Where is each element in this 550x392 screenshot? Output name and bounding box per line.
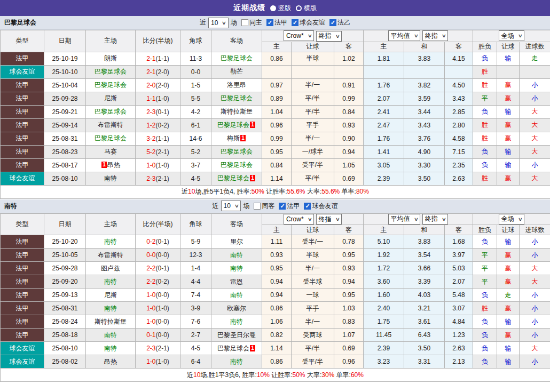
match-row: 法甲25-08-171昂热1-0(1-0)3-7巴黎足球会0.84受平/半1.0… bbox=[1, 158, 550, 172]
scope-dropdown[interactable]: 全场∨ bbox=[499, 214, 525, 225]
match-row: 法甲25-09-14布雷斯特1-2(0-2)6-1巴黎足球会10.96平手0.9… bbox=[1, 118, 550, 132]
halftime-score: (1-1) bbox=[156, 55, 169, 62]
corner-cell: 3-7 bbox=[180, 158, 211, 172]
result-handicap-cell: 输 bbox=[497, 355, 520, 369]
result-handicap-cell: 输 bbox=[497, 158, 520, 172]
avg-stage-value: 终指 bbox=[425, 214, 438, 223]
checkbox-unchecked-icon[interactable] bbox=[241, 19, 248, 26]
filter-bar: 南特 近10∨场同客法甲球会友谊 bbox=[0, 199, 550, 213]
halftime-score: (1-0) bbox=[156, 95, 169, 102]
match-type-cell: 法甲 bbox=[1, 92, 44, 105]
home-team-cell: 布雷斯特 bbox=[86, 249, 136, 262]
home-team-cell: 布雷斯特 bbox=[86, 118, 136, 132]
odds-source-dropdown[interactable]: Crow*∨ bbox=[284, 30, 314, 41]
avg-home-cell: 1.76 bbox=[364, 78, 404, 92]
summary-text: 大率: bbox=[305, 188, 322, 195]
col-header-avg-away: 客 bbox=[445, 42, 473, 52]
match-date-cell: 25-08-18 bbox=[44, 329, 86, 342]
chevron-down-icon: ∨ bbox=[441, 33, 446, 38]
fulltime-score: 1-0 bbox=[146, 162, 155, 169]
home-team-cell: 南特 bbox=[86, 275, 136, 289]
halftime-score: (1-0) bbox=[156, 358, 169, 365]
col-header-odds-handicap: 让球 bbox=[292, 42, 334, 52]
odds-handicap-cell: 半/一 bbox=[292, 132, 334, 145]
match-row: 法甲25-09-20南特2-2(0-2)4-4雷恩0.94受半球0.943.60… bbox=[1, 275, 550, 289]
match-date-cell: 25-08-02 bbox=[44, 355, 86, 369]
home-team-cell: 马赛 bbox=[86, 145, 136, 158]
team-label: 南特 bbox=[104, 174, 117, 182]
filter-prefix-label: 近 bbox=[200, 18, 206, 27]
score-cell: 0-0(0-0) bbox=[136, 249, 180, 262]
away-team-cell: 洛里昂 bbox=[211, 78, 262, 92]
team-label: 南特 bbox=[230, 318, 243, 325]
team-label: 巴黎足球会 bbox=[221, 54, 253, 62]
avg-source-dropdown[interactable]: 平均值∨ bbox=[388, 214, 421, 225]
away-team-cell: 梅斯1 bbox=[211, 132, 262, 145]
odds-stage-dropdown[interactable]: 终指∨ bbox=[316, 214, 342, 225]
avg-home-cell: 1.76 bbox=[364, 132, 404, 145]
checkbox-checked-icon[interactable] bbox=[266, 19, 273, 26]
away-team-cell: 南特 bbox=[211, 289, 262, 302]
avg-source-dropdown[interactable]: 平均值∨ bbox=[388, 30, 421, 41]
odds-home-cell: 1.14 bbox=[262, 172, 292, 185]
checkbox-checked-icon[interactable] bbox=[292, 19, 298, 26]
col-header-score: 比分(半场) bbox=[136, 30, 180, 52]
match-row: 法甲25-08-31南特1-0(1-0)3-9欧塞尔0.86平手1.032.40… bbox=[1, 302, 550, 315]
avg-home-cell: 2.41 bbox=[364, 105, 404, 118]
match-date-cell: 25-09-28 bbox=[44, 262, 86, 275]
score-cell: 1-0(1-0) bbox=[136, 158, 180, 172]
avg-draw-cell: 3.76 bbox=[404, 132, 445, 145]
odds-away-cell: 0.96 bbox=[334, 355, 364, 369]
away-team-cell: 巴黎足球会 bbox=[211, 145, 262, 158]
summary-text: 场,胜5平1负4, 胜率: bbox=[195, 188, 251, 195]
result-wdl-cell: 胜 bbox=[473, 302, 497, 315]
result-wdl-cell: 负 bbox=[473, 158, 497, 172]
halftime-score: (0-2) bbox=[156, 278, 169, 285]
red-1-badge: 1 bbox=[240, 135, 246, 141]
team-label: 斯特拉斯堡 bbox=[95, 318, 127, 325]
team-label: 洛里昂 bbox=[227, 81, 246, 89]
scope-dropdown[interactable]: 全场∨ bbox=[499, 30, 525, 41]
corner-cell: 12-3 bbox=[180, 249, 211, 262]
col-header-wdl: 胜负 bbox=[473, 225, 497, 235]
avg-home-cell: 3.60 bbox=[364, 275, 404, 289]
match-type-cell: 球会友谊 bbox=[1, 355, 44, 369]
col-header-avg-home: 主 bbox=[364, 42, 404, 52]
summary-text: 让胜率: bbox=[264, 188, 287, 195]
odds-home-cell: 0.97 bbox=[262, 78, 292, 92]
result-handicap-cell: 赢 bbox=[497, 132, 520, 145]
match-row: 球会友谊25-08-10南特2-3(2-1)4-5巴黎足球会11.14平/半0.… bbox=[1, 342, 550, 355]
avg-away-cell: 2.13 bbox=[445, 355, 473, 369]
chevron-down-icon: ∨ bbox=[222, 20, 226, 26]
match-count-dropdown[interactable]: 10∨ bbox=[208, 18, 229, 28]
odds-stage-value: 终指 bbox=[319, 215, 332, 224]
checkbox-checked-icon[interactable] bbox=[304, 203, 311, 210]
home-team-cell: 南特 bbox=[86, 235, 136, 249]
avg-stage-dropdown[interactable]: 终指∨ bbox=[422, 214, 449, 225]
filter-checkbox-球会友谊: 球会友谊 bbox=[304, 202, 337, 211]
result-handicap-cell: 赢 bbox=[497, 262, 520, 275]
match-type-cell: 球会友谊 bbox=[1, 65, 44, 78]
match-count-dropdown[interactable]: 10∨ bbox=[221, 201, 241, 211]
avg-stage-dropdown[interactable]: 终指∨ bbox=[422, 30, 449, 41]
odds-home-cell: 1.14 bbox=[262, 342, 292, 355]
odds-stage-dropdown[interactable]: 终指∨ bbox=[316, 31, 342, 42]
match-type-cell: 法甲 bbox=[1, 289, 44, 302]
match-date-cell: 25-08-31 bbox=[44, 302, 86, 315]
score-cell: 2-0(2-0) bbox=[136, 78, 180, 92]
odds-source-dropdown[interactable]: Crow*∨ bbox=[284, 214, 314, 225]
view-radio-horizontal[interactable]: 横版 bbox=[296, 4, 317, 13]
odds-away-cell: 0.69 bbox=[334, 172, 364, 185]
away-team-cell: 巴黎足球会 bbox=[211, 92, 262, 105]
summary-text: 80% bbox=[356, 188, 369, 195]
home-team-cell: 尼斯 bbox=[86, 92, 136, 105]
checkbox-checked-icon[interactable] bbox=[329, 19, 336, 26]
halftime-score: (1-0) bbox=[156, 305, 169, 312]
score-cell: 2-2(0-1) bbox=[136, 262, 180, 275]
corner-cell: 0-0 bbox=[180, 65, 211, 78]
halftime-score: (2-1) bbox=[156, 148, 169, 156]
checkbox-label: 同主 bbox=[249, 18, 262, 27]
view-radio-vertical[interactable]: 竖版 bbox=[270, 4, 291, 13]
checkbox-checked-icon[interactable] bbox=[279, 203, 286, 210]
checkbox-unchecked-icon[interactable] bbox=[254, 203, 261, 210]
